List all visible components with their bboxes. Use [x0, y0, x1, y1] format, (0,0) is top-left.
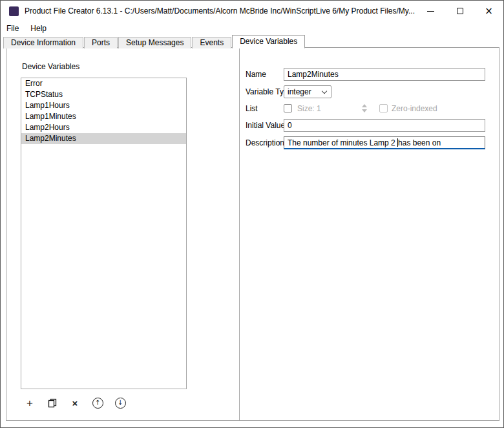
list-checkbox[interactable] [284, 104, 292, 112]
list-row: List Size: 1 Zero-indexed [6, 102, 499, 115]
tab-bar: Device Information Ports Setup Messages … [3, 35, 306, 48]
app-icon [9, 6, 19, 16]
app-window: Product File Creator 6.13.1 - C:/Users/M… [0, 0, 504, 428]
maximize-button[interactable] [445, 1, 474, 21]
spin-down-icon [362, 109, 367, 112]
description-row: Description The number of minutes Lamp 2… [6, 136, 499, 149]
initial-value-input[interactable]: 0 [284, 119, 485, 132]
spin-up-icon [362, 104, 367, 107]
maximize-icon [457, 8, 463, 14]
description-text-before-caret: The number of minutes Lamp 2 [288, 138, 397, 147]
description-text-after-caret: has been on [398, 138, 441, 147]
tab-ports[interactable]: Ports [84, 37, 118, 48]
variable-type-row: Variable Type integer [6, 85, 499, 98]
window-title: Product File Creator 6.13.1 - C:/Users/M… [25, 6, 416, 16]
plus-icon: + [26, 398, 33, 409]
chevron-down-icon [322, 89, 327, 94]
move-up-button[interactable]: ↑ [90, 396, 105, 410]
description-label: Description [246, 136, 284, 149]
initial-value-label: Initial Value [246, 119, 285, 132]
name-label: Name [246, 68, 266, 81]
titlebar: Product File Creator 6.13.1 - C:/Users/M… [1, 1, 503, 21]
tab-events[interactable]: Events [192, 37, 231, 48]
tab-device-information[interactable]: Device Information [3, 37, 83, 48]
close-icon: × [485, 6, 493, 16]
duplicate-variable-button[interactable] [45, 396, 60, 410]
variable-type-select[interactable]: integer [284, 85, 331, 98]
window-controls: × [416, 1, 503, 21]
size-label: Size: 1 [297, 102, 321, 115]
name-input[interactable]: Lamp2Minutes [284, 68, 485, 81]
variable-type-value: integer [288, 87, 311, 96]
name-row: Name Lamp2Minutes [6, 68, 499, 81]
minimize-icon [427, 11, 434, 12]
close-button[interactable]: × [474, 1, 503, 21]
tab-setup-messages[interactable]: Setup Messages [118, 37, 191, 48]
arrow-up-circle-icon: ↑ [92, 398, 103, 409]
list-toolbar: + × ↑ ↓ [22, 396, 128, 410]
delete-icon: × [72, 398, 78, 408]
device-variables-panel: Device Variables Error TCPStatus Lamp1Ho… [6, 47, 499, 421]
description-input[interactable]: The number of minutes Lamp 2 has been on [284, 136, 485, 149]
add-variable-button[interactable]: + [22, 396, 37, 410]
menu-help[interactable]: Help [25, 22, 52, 35]
duplicate-icon [48, 398, 58, 408]
tab-device-variables[interactable]: Device Variables [232, 35, 305, 48]
zero-indexed-label: Zero-indexed [392, 102, 437, 115]
list-label: List [246, 102, 258, 115]
initial-value-row: Initial Value 0 [6, 119, 499, 132]
move-down-button[interactable]: ↓ [112, 396, 128, 410]
zero-indexed-checkbox[interactable] [379, 104, 388, 112]
arrow-down-circle-icon: ↓ [115, 398, 126, 409]
menubar: File Help [1, 21, 503, 36]
minimize-button[interactable] [416, 1, 445, 21]
size-spinner[interactable] [362, 104, 367, 112]
delete-variable-button[interactable]: × [67, 396, 83, 410]
menu-file[interactable]: File [1, 22, 25, 35]
